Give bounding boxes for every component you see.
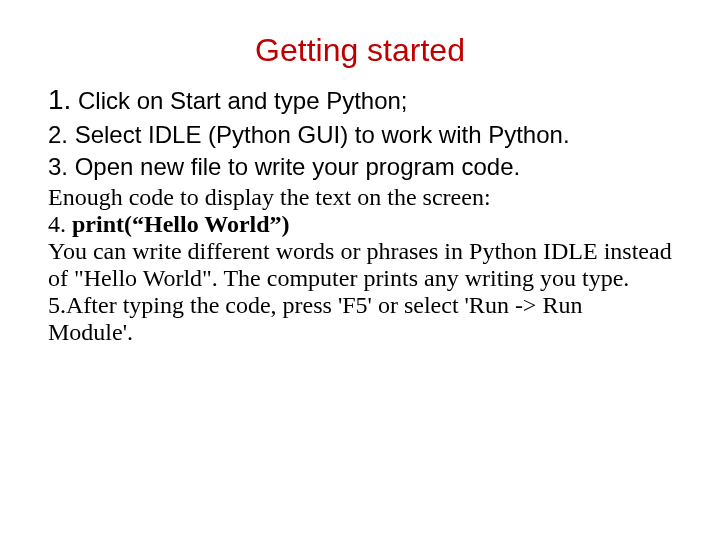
step-1: 1. Click on Start and type Python; [48, 81, 672, 119]
step-1-number: 1. [48, 84, 71, 115]
step-1-text: Click on Start and type Python; [71, 87, 407, 114]
step-3: 3. Open new file to write your program c… [48, 151, 672, 183]
description-text: Enough code to display the text on the s… [48, 184, 672, 211]
explanation-text: You can write different words or phrases… [48, 238, 672, 292]
step-4-prefix: 4. [48, 211, 72, 237]
slide-title: Getting started [48, 32, 672, 69]
step-4: 4. print(“Hello World”) [48, 211, 672, 238]
step-5: 5.After typing the code, press 'F5' or s… [48, 292, 672, 346]
step-2: 2. Select IDLE (Python GUI) to work with… [48, 119, 672, 151]
code-example: print(“Hello World”) [72, 211, 290, 237]
